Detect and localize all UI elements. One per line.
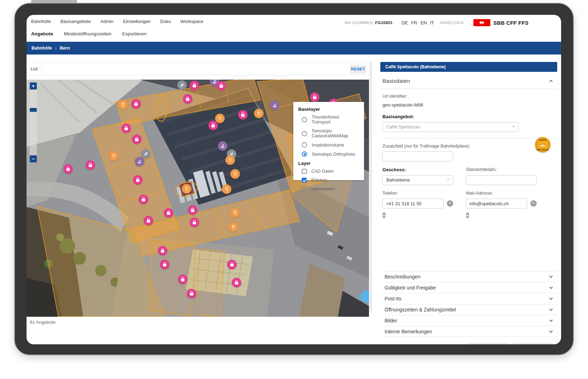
offer-marker-service[interactable] [270,101,279,110]
offer-marker-restaurant[interactable] [229,222,238,232]
radio-icon [302,151,307,157]
offer-marker-restaurant[interactable] [109,151,119,161]
mail-label: Mail-Adresse: [466,191,537,196]
zoom-slider-handle[interactable] [30,108,37,112]
zoom-out-button[interactable]: − [30,155,37,162]
subnav-item[interactable]: Mindestöffnungszeiten [64,31,111,36]
baselayer-option[interactable]: Swisstopo Orthophoto [302,151,359,157]
offer-marker-shop[interactable] [160,260,169,269]
baselayer-option[interactable]: Swisstopo CadastralWebMap [302,128,359,138]
section-basisdaten[interactable]: Basisdaten [380,72,557,89]
offer-marker-shop[interactable] [227,260,237,269]
radio-icon [302,117,307,122]
chevron-down-icon [549,297,553,300]
geschoss-label: Geschoss: [382,167,453,172]
offer-marker-shop[interactable] [132,134,142,144]
chevron-down-icon [447,178,450,180]
zoom-in-button[interactable]: + [30,82,37,90]
offer-marker-shop[interactable] [139,195,148,204]
offer-marker-attachment[interactable] [177,80,187,90]
accordion-section[interactable]: Bilder [382,315,557,326]
zusatzfeld-label: Zusatzfeld (nur für Trafimage Bahnhofplä… [382,144,557,149]
language-option[interactable]: EN [420,20,427,25]
geschoss-select[interactable]: Bahnebene [382,175,453,185]
offer-marker-restaurant[interactable] [230,208,240,218]
add-mail-button[interactable]: + [466,212,469,218]
layers-panel: Baselayer Thunderforest TransportSwissto… [293,102,364,180]
nav-item[interactable]: Einstellungen [123,19,151,24]
add-telefon-button[interactable]: + [382,212,386,218]
mail-input[interactable] [466,199,527,208]
radio-icon [302,131,307,136]
basisdaten-form: Url identifier: geo-spettacolo-fd98 Basi… [380,94,557,344]
nav-item[interactable]: Workspace [180,19,203,24]
offer-marker-restaurant[interactable] [225,155,235,165]
offer-marker-shop[interactable] [63,164,73,174]
reset-button[interactable]: RESET [350,65,366,74]
accordion-section[interactable]: Gültigkeit und Freigabe [382,282,557,293]
accordion-section[interactable]: Interne Bemerkungen [382,326,557,337]
checkbox-icon [302,178,307,183]
basisangebot-select[interactable]: Caffè Spettacolo [382,122,518,132]
save-button[interactable]: SPEICHERN [513,343,553,344]
language-option[interactable]: IT [430,20,434,25]
offer-marker-shop[interactable] [131,99,141,109]
offer-marker-restaurant[interactable] [222,184,231,194]
subnav-item[interactable]: Angebote [31,31,53,36]
accordion-section[interactable]: Beschreibungen [382,271,557,282]
checkbox-icon [302,186,307,191]
chevron-down-icon [549,329,553,333]
accordion-section[interactable]: Post-Its [382,293,557,304]
baselayer-option[interactable]: Thunderforest Transport [302,115,359,125]
offer-marker-shop[interactable] [164,208,173,218]
nav-item[interactable]: Bahnhöfe [31,19,51,24]
layer-option[interactable]: Haltekanten [302,186,359,191]
map-zoom-control: + − [30,82,37,162]
offer-marker-attachment[interactable] [141,149,151,159]
nav-item[interactable]: Basisangebote [60,19,91,24]
baselayer-option[interactable]: Inspirationskarte [302,142,359,148]
zusatzfeld-input[interactable] [382,151,453,161]
offer-count: 91 Angebote [30,320,56,325]
offer-marker-shop[interactable] [188,205,197,215]
layer-title: Layer [298,161,359,166]
caffe-spettacolo-badge: CAFFÈ SPETTACOLO [535,137,550,153]
telefon-input[interactable] [382,199,444,208]
accordion-section[interactable]: Öffnungszeiten & Zahlungsmittel [382,304,557,315]
language-option[interactable]: DE [402,20,408,25]
standortdetails-input[interactable] [466,175,537,185]
layer-option[interactable]: Flächen [302,178,359,183]
subnav-item[interactable]: Exportieren [122,31,146,36]
offer-marker-shop[interactable] [208,121,218,130]
map-canvas[interactable]: + − Baselayer Thunderforest TransportSwi… [27,80,369,317]
offer-marker-restaurant[interactable] [118,100,128,109]
clear-mail-icon[interactable]: × [530,200,537,207]
offer-marker-shop[interactable] [190,218,199,227]
baselayer-options: Thunderforest TransportSwisstopo Cadastr… [298,115,359,157]
tab-list[interactable]: List [27,63,42,75]
offer-marker-shop[interactable] [238,110,248,120]
clear-telefon-icon[interactable]: × [447,200,453,207]
username: FG10831 [375,21,392,25]
map-toolbar: List RESET [27,62,369,75]
breadcrumb-root[interactable]: Bahnhöfe [31,46,52,51]
offer-marker-shop[interactable] [310,92,319,102]
nav-item[interactable]: Admin [100,19,114,24]
offer-marker-restaurant[interactable] [230,169,240,179]
offer-marker-shop[interactable] [187,289,196,298]
chevron-down-icon [549,286,553,289]
logout-link[interactable]: ABMELDEN [440,21,463,25]
offer-marker-service[interactable] [218,141,227,151]
colosseum-icon [539,143,546,147]
offer-marker-shop[interactable] [133,175,143,185]
panel-scrollbar[interactable] [370,62,372,312]
sbb-logo-text: SBB CFF FFS [493,20,529,26]
cancel-button[interactable]: ABBRECHEN [467,343,509,344]
language-option[interactable]: FR [411,20,417,25]
nav-item[interactable]: Doku [160,19,171,24]
standortdetails-label: Standortdetails: [466,167,537,172]
offer-marker-shop[interactable] [121,124,131,133]
layer-option[interactable]: CAD Daten [302,169,359,174]
device-frame: BahnhöfeBasisangeboteAdminEinstellungenD… [14,3,574,355]
offer-marker-shop[interactable] [144,216,153,225]
